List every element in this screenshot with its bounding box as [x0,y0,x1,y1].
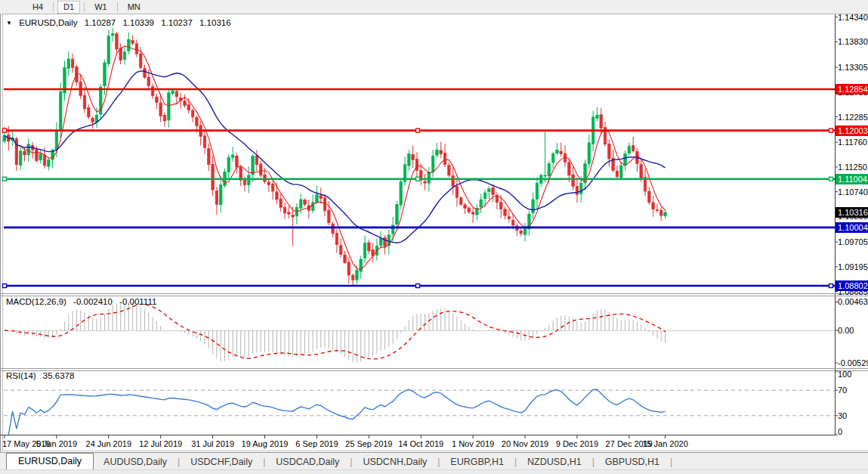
candle [344,251,347,264]
candle [212,156,215,196]
timeframe-toolbar: H4D1W1MN [0,0,868,14]
rsi-levels [4,390,835,416]
tab-usdcnh-daily[interactable]: USDCNH,Daily [353,454,437,469]
candle [468,206,471,214]
tab-usdcad-daily[interactable]: USDCAD,Daily [266,454,349,469]
candle [111,28,114,42]
candle [588,135,591,168]
line-handle-marker [3,284,7,288]
candle [135,39,138,57]
candle [632,137,635,153]
toolbar-separator [117,2,118,12]
toolbar-separator [53,2,54,12]
tab-gbpusd-h1[interactable]: GBPUSD,H1 [595,454,669,469]
candle [584,160,587,191]
candle [556,143,559,155]
line-handle-marker [416,177,420,181]
rsi-name: RSI(14) [6,371,36,380]
candle [443,144,446,167]
candle [304,198,307,206]
chart-canvas[interactable] [0,14,868,452]
candle [316,186,319,204]
timeframe-button-w1[interactable]: W1 [88,1,113,14]
candle [63,60,66,101]
candle [379,231,382,249]
candle [119,43,122,64]
candle [123,45,126,64]
candle [516,225,519,236]
candle [351,274,354,287]
ohlc-low: 1.10237 [161,18,193,27]
macd-indicator-label: MACD(12,26,9) -0.002410 -0.001111 [6,297,161,306]
line-handle-marker [3,129,7,132]
timeframe-button-h4[interactable]: H4 [26,1,49,14]
candle [480,194,483,212]
candle [107,29,110,67]
candle [280,194,283,212]
candle [504,206,507,219]
candle [436,143,439,158]
collapse-triangle-icon[interactable]: ▼ [6,20,12,26]
candle [544,131,547,183]
symbol-title: ▼ EURUSD,Daily 1.10287 1.10339 1.10237 1… [6,18,236,27]
candle [15,137,18,171]
line-handle-marker [416,129,420,132]
candle [292,206,295,246]
candle [339,238,342,257]
candle [368,240,371,254]
candle [496,192,499,209]
candle [464,203,467,214]
line-handle-marker [829,177,833,181]
candle [227,154,230,180]
candle [652,196,655,217]
candle [236,153,239,174]
tab-eurgbp-h1[interactable]: EURGBP,H1 [440,454,514,469]
line-handle-marker [3,177,7,181]
candle [332,222,335,237]
candle [208,144,211,172]
candle [664,209,667,218]
candle [71,54,74,73]
horizontal-levels[interactable] [3,89,836,288]
candle [536,178,539,209]
candle [219,176,222,213]
candle [295,203,298,225]
tab-separator: | [669,457,673,467]
candle [431,150,434,177]
tab-usdchf-daily[interactable]: USDCHF,Daily [181,454,262,469]
candle [128,33,131,54]
rsi-indicator-label: RSI(14) 35.6378 [6,371,79,380]
candle [259,161,262,178]
macd-main-value: -0.002410 [73,297,113,306]
candle [424,174,427,191]
candle [203,131,206,154]
candle [616,166,619,180]
candle [191,108,194,122]
chart-tabs: EURUSD,DailyAUDUSD,Daily|USDCHF,Daily|US… [0,454,673,469]
tab-nzdusd-h1[interactable]: NZDUSD,H1 [517,454,592,469]
tab-bar-bottom-strip [0,469,868,474]
candle [372,243,375,262]
candle [604,122,607,147]
candle [267,178,270,192]
rsi-line [8,389,665,435]
tab-eurusd-daily[interactable]: EURUSD,Daily [6,453,94,469]
tab-audusd-daily[interactable]: AUDUSD,Daily [94,454,177,469]
terminal-window: H4D1W1MN ▼ EURUSD,Daily 1.10287 1.10339 … [0,0,868,474]
macd-histogram [5,302,666,363]
candle [448,163,451,177]
candle [624,150,627,170]
candle [363,236,366,263]
chart-window: ▼ EURUSD,Daily 1.10287 1.10339 1.10237 1… [0,14,868,452]
candle [156,94,159,109]
timeframe-button-d1[interactable]: D1 [57,1,80,14]
candle [271,180,274,200]
candle [39,149,42,163]
candle [116,32,119,54]
timeframe-button-mn[interactable]: MN [122,1,147,14]
candle [335,229,338,252]
candle [528,211,531,236]
candle [412,145,415,168]
candle [560,143,563,157]
ohlc-high: 1.10339 [122,18,154,27]
